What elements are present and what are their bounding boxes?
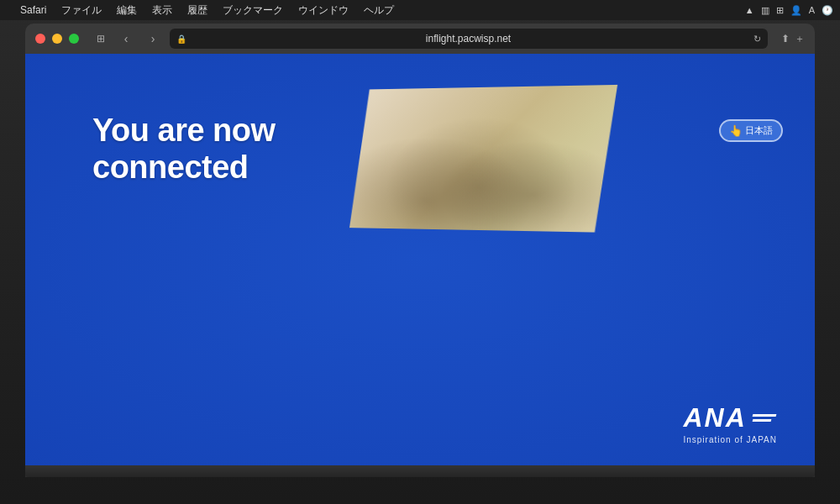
browser-titlebar: ⊞ ‹ › 🔒 inflight.pacwisp.net ↻ ⬆ ＋	[25, 24, 815, 54]
close-button[interactable]	[35, 34, 45, 44]
tab-controls: ⊞	[92, 30, 109, 47]
language-button[interactable]: 👆 日本語	[719, 119, 783, 142]
connected-headline: You are now connected	[92, 113, 276, 186]
ana-tagline: Inspiration of JAPAN	[683, 435, 777, 444]
menu-bookmarks[interactable]: ブックマーク	[218, 3, 288, 18]
wifi-icon: ▲	[745, 5, 754, 15]
menu-bar-right: ▲ ▥ ⊞ 👤 A 🕐	[745, 5, 833, 16]
ana-logo: ANA Inspiration of JAPAN	[683, 402, 777, 444]
user-icon: 👤	[790, 5, 802, 16]
pointer-icon: 👆	[729, 124, 743, 137]
ana-brand-lockup: ANA	[683, 402, 777, 433]
text-icon: A	[809, 5, 815, 15]
menu-history[interactable]: 履歴	[182, 3, 213, 18]
browser-bottom-bezel	[25, 465, 815, 477]
menu-edit[interactable]: 編集	[112, 3, 142, 18]
menu-file[interactable]: ファイル	[56, 3, 107, 18]
new-tab-icon[interactable]: ＋	[795, 32, 805, 46]
menu-window[interactable]: ウインドウ	[293, 3, 354, 18]
tab-view-button[interactable]: ⊞	[92, 30, 109, 47]
address-bar[interactable]: 🔒 inflight.pacwisp.net ↻	[170, 29, 768, 49]
browser-chrome: ⊞ ‹ › 🔒 inflight.pacwisp.net ↻ ⬆ ＋ You a…	[25, 24, 815, 477]
lang-label: 日本語	[745, 124, 773, 137]
browser-content: You are now connected 👆 日本語 ANA	[25, 54, 815, 465]
fullscreen-button[interactable]	[69, 34, 79, 44]
url-text: inflight.pacwisp.net	[190, 33, 747, 45]
share-icon[interactable]: ⬆	[781, 33, 790, 45]
menu-help[interactable]: ヘルプ	[359, 3, 399, 18]
lock-icon: 🔒	[176, 34, 186, 44]
headline-line1: You are now	[92, 113, 276, 150]
battery-icon: ▥	[761, 5, 769, 16]
parallelogram-shape	[349, 85, 617, 233]
menu-bar: Safari ファイル 編集 表示 履歴 ブックマーク ウインドウ ヘルプ ▲ …	[0, 0, 840, 20]
ana-text: ANA	[683, 402, 746, 433]
laptop-frame: Safari ファイル 編集 表示 履歴 ブックマーク ウインドウ ヘルプ ▲ …	[0, 0, 840, 504]
headline-line2: connected	[92, 150, 276, 186]
menu-view[interactable]: 表示	[147, 3, 177, 18]
decorative-image	[344, 87, 613, 230]
back-button[interactable]: ‹	[116, 29, 136, 48]
controlcenter-icon: ⊞	[776, 5, 784, 16]
reload-icon[interactable]: ↻	[753, 34, 761, 45]
menu-safari[interactable]: Safari	[15, 4, 51, 16]
forward-button[interactable]: ›	[143, 29, 163, 48]
browser-toolbar-right: ⬆ ＋	[781, 32, 805, 46]
clock-icon: 🕐	[822, 5, 833, 16]
minimize-button[interactable]	[52, 34, 62, 44]
